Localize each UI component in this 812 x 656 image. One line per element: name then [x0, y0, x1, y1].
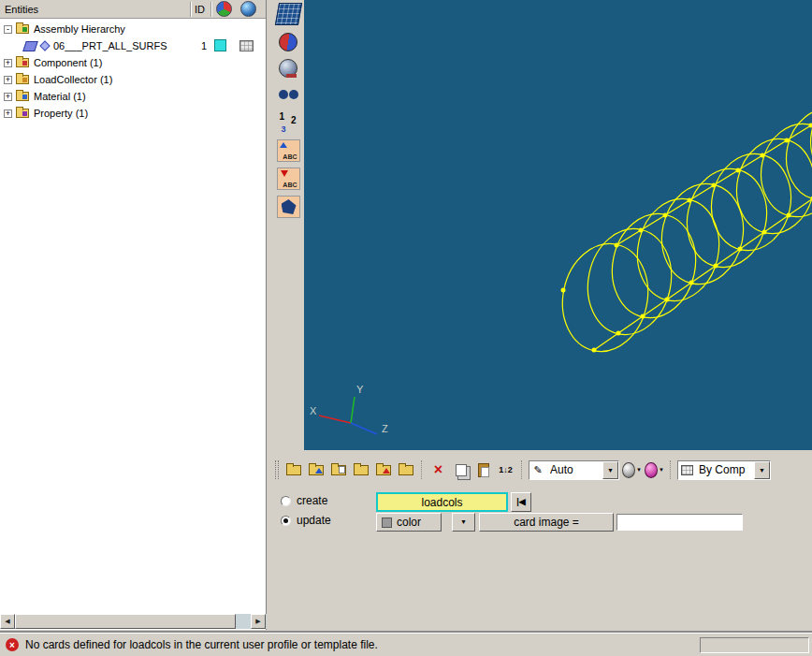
- shaded-mesh-icon[interactable]: [274, 3, 301, 25]
- paste-icon[interactable]: [473, 460, 493, 480]
- axes-triad: X Y Z: [310, 384, 388, 434]
- color-button[interactable]: color: [376, 513, 442, 532]
- new-session-icon[interactable]: [283, 460, 303, 480]
- expand-toggle[interactable]: +: [4, 76, 12, 84]
- renumber-icon[interactable]: 1↓2: [496, 460, 515, 480]
- update-radio-row[interactable]: update: [281, 514, 331, 527]
- tree-item-label: Property (1): [34, 108, 88, 119]
- color-dropdown-button[interactable]: ▼: [452, 513, 475, 532]
- color-mode-combo[interactable]: By Comp ▼: [677, 460, 771, 480]
- folder-glyph: [309, 465, 324, 475]
- update-radio[interactable]: [281, 516, 291, 526]
- error-icon: ×: [6, 638, 19, 651]
- horizontal-scrollbar[interactable]: ◀ ▶: [0, 614, 267, 629]
- folder-glyph: [286, 465, 301, 475]
- dropdown-arrow-icon[interactable]: ▼: [602, 461, 618, 479]
- renumber-glyph: 1↓2: [499, 465, 513, 474]
- tree-item-label: LoadCollector (1): [34, 74, 112, 85]
- toolbar-separator: [421, 460, 423, 479]
- entity-color-swatch[interactable]: [214, 39, 226, 51]
- folder-glyph: [331, 465, 346, 475]
- create-radio-row[interactable]: create: [281, 494, 327, 507]
- update-label: update: [297, 514, 331, 527]
- entity-edit-combo[interactable]: ✎ Auto ▼: [529, 460, 619, 480]
- view-toolbar: 1 3 2 ABC ABC: [272, 3, 304, 218]
- show-numbers-icon[interactable]: 1 3 2: [277, 111, 300, 134]
- status-progress-box: [700, 637, 809, 653]
- material-folder-icon: [16, 92, 29, 101]
- status-message: No cards defined for loadcols in the cur…: [25, 638, 378, 651]
- save-file-icon[interactable]: [328, 460, 348, 480]
- sphere-glyph: [622, 462, 635, 478]
- tree-item-label: Assembly Hierarchy: [34, 23, 125, 35]
- expand-toggle[interactable]: +: [4, 109, 12, 118]
- expand-toggle[interactable]: +: [4, 59, 12, 67]
- hide-labels-icon[interactable]: ABC: [277, 168, 300, 190]
- expand-toggle[interactable]: +: [4, 93, 12, 101]
- hypermesh-window: Entities ID - Assembly Hierarchy 06___PR…: [0, 0, 812, 656]
- load-template-icon[interactable]: [396, 460, 415, 480]
- color-swatch: [382, 518, 392, 528]
- folder-glyph: [399, 465, 413, 475]
- tree-item-label: Component (1): [34, 57, 102, 68]
- diamond-icon: [39, 40, 50, 51]
- show-labels-icon[interactable]: ABC: [277, 139, 300, 162]
- create-label: create: [297, 494, 327, 507]
- import-icon[interactable]: [351, 460, 370, 480]
- organize-icon[interactable]: [451, 460, 471, 480]
- tree-item-assembly-hierarchy[interactable]: - Assembly Hierarchy: [0, 21, 266, 37]
- graphics-viewport[interactable]: X Y Z: [304, 0, 812, 450]
- find-binoculars-icon[interactable]: [277, 83, 300, 106]
- axis-x-label: X: [310, 405, 317, 416]
- browser-title: Entities: [5, 4, 38, 15]
- collectors-panel: create update |◀ color ▼ card image =: [272, 485, 812, 633]
- tree-item-component[interactable]: + Component (1): [0, 54, 266, 71]
- scroll-left-button[interactable]: ◀: [0, 614, 15, 629]
- tree-item-prt-all-surfs[interactable]: 06___PRT_ALL_SURFS 1: [0, 37, 266, 54]
- scroll-right-button[interactable]: ▶: [251, 614, 266, 629]
- card-image-input[interactable]: [616, 514, 743, 531]
- axis-z-label: Z: [382, 423, 388, 434]
- display-sphere-icon[interactable]: [240, 1, 256, 17]
- collector-name-input[interactable]: [376, 492, 508, 512]
- card-image-button[interactable]: card image =: [479, 513, 614, 532]
- export-icon[interactable]: [373, 460, 393, 480]
- entity-browser-panel: Entities ID - Assembly Hierarchy 06___PR…: [0, 0, 267, 630]
- assembly-folder-icon: [16, 24, 29, 34]
- name-list-button[interactable]: |◀: [511, 492, 531, 512]
- tree-item-material[interactable]: + Material (1): [0, 88, 266, 105]
- id-column-header: ID: [195, 4, 205, 15]
- toolbar-grip[interactable]: [275, 460, 279, 479]
- scroll-thumb[interactable]: [15, 614, 236, 629]
- tree-item-loadcollector[interactable]: + LoadCollector (1): [0, 71, 266, 88]
- folder-glyph: [376, 465, 391, 475]
- sphere-glyph: [279, 33, 297, 51]
- spheres-display-icon[interactable]: [277, 31, 300, 53]
- create-radio[interactable]: [281, 496, 291, 506]
- delete-icon[interactable]: ×: [428, 460, 448, 480]
- tree-item-property[interactable]: + Property (1): [0, 105, 266, 122]
- abc-text: ABC: [283, 182, 297, 188]
- wireframe-model: X Y Z: [304, 0, 812, 450]
- dropdown-arrow-icon[interactable]: ▼: [659, 467, 664, 473]
- dropdown-arrow-icon[interactable]: ▼: [754, 461, 770, 479]
- digit: 3: [282, 124, 286, 134]
- shaded-geometry-icon[interactable]: [279, 59, 297, 78]
- tree-item-label: 06___PRT_ALL_SURFS: [53, 40, 167, 51]
- mesh-nodes: [561, 79, 812, 353]
- mesh-style-icon[interactable]: [239, 40, 254, 51]
- status-bar: × No cards defined for loadcols in the c…: [0, 633, 812, 656]
- visualization-mode-icon[interactable]: ▼: [645, 460, 664, 480]
- sphere-glyph: [645, 462, 658, 478]
- dropdown-arrow-icon[interactable]: ▼: [636, 467, 642, 473]
- color-palette-icon[interactable]: [216, 1, 232, 17]
- loadcollector-folder-icon: [16, 75, 29, 84]
- axis-y-label: Y: [356, 384, 364, 395]
- open-file-icon[interactable]: [306, 460, 326, 480]
- sheet-glyph: [339, 466, 345, 474]
- collapse-toggle[interactable]: -: [4, 25, 12, 34]
- grid-glyph: [681, 465, 693, 475]
- shaded-elements-icon[interactable]: ▼: [622, 460, 642, 480]
- polygon-display-icon[interactable]: [277, 196, 300, 218]
- tree-item-label: Material (1): [34, 91, 86, 102]
